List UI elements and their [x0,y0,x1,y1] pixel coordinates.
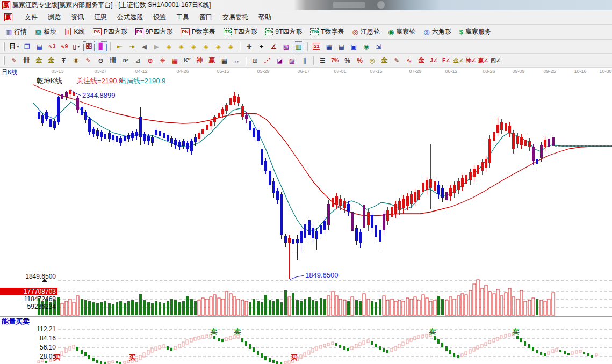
menu-item-窗口[interactable]: 窗口 [199,13,212,22]
spiral-5-icon[interactable]: ⑤ [70,55,82,66]
square-draw-icon[interactable]: ⊞ [249,55,261,66]
chart-window-icon[interactable]: ❐ [21,41,33,52]
menu-item-帮助[interactable]: 帮助 [258,13,271,22]
toolbar-button-kline[interactable]: 〣K线 [65,27,85,37]
circle-ruler-icon[interactable]: ⊖ [95,55,106,66]
wave-3-icon[interactable]: ∿3 [46,41,57,52]
menu-item-交易委托[interactable]: 交易委托 [222,13,248,22]
f-angle-icon[interactable]: F∠ [441,55,452,66]
toolbar-button-p9-square[interactable]: P99P四方形 [135,27,173,37]
toolbar-button-p-digit-table[interactable]: PNP数字表 [181,27,215,37]
menu-item-文件[interactable]: 文件 [25,13,38,22]
qiankun-kline-icon[interactable]: 图 [83,41,95,52]
period-day-icon[interactable]: 日▼ [9,41,20,52]
n-square-icon[interactable]: n² [120,55,131,66]
volume-bar [449,297,452,315]
parallel-lines-icon[interactable]: ∥ [299,55,310,66]
t-square-icon: TS [224,28,232,35]
price-chart[interactable]: 买买买卖卖卖卖乾坤K线关注线=2190.9出局线=2190.92344.8899… [0,75,612,364]
starburst-icon[interactable]: ✳ [157,55,168,66]
quote-list-icon[interactable]: ▤ [34,41,45,52]
candle-style-icon[interactable]: ▯▼ [71,41,82,52]
pan-tool-icon[interactable]: ✚ [243,41,255,52]
gold-lines-icon[interactable]: 金 [379,55,390,66]
pencil-hash-icon[interactable]: ✎ [83,55,94,66]
menu-item-浏览[interactable]: 浏览 [48,13,61,22]
f-ruler-icon[interactable]: Ŧ [58,55,69,66]
notepad-tool-icon[interactable]: ▤ [336,41,347,52]
percent-7-icon[interactable]: 7% [329,55,341,66]
volume-scale-2: 118472469 [24,295,56,303]
ying-angle-icon[interactable]: 赢∠ [478,55,489,66]
scale-list-icon[interactable]: ☰ [317,55,328,66]
region-stat-tool-icon[interactable]: ▧ [280,41,292,52]
four-angle-icon[interactable]: 四∠ [490,55,501,66]
export-tool-icon[interactable]: ⇲ [373,41,384,52]
toolbar-button-quotes[interactable]: ▦行情 [5,27,27,37]
shen-tool-icon[interactable]: 神 [194,55,205,66]
shen-angle-icon[interactable]: 神∠ [465,55,477,66]
volume-bar [457,296,460,315]
fan-box-icon[interactable]: ◪ [274,55,285,66]
menu-item-资讯[interactable]: 资讯 [71,13,84,22]
toolbar-button-winner-wheel[interactable]: ◉赢家轮 [388,27,415,37]
percent-lines-icon[interactable]: % [354,55,365,66]
toolbar-button-gann-wheel[interactable]: ◎江恩轮 [352,27,380,37]
brush-icon[interactable]: ✎ [391,55,402,66]
gold-ratio-1-icon[interactable]: 金 [33,55,45,66]
red-grid-icon[interactable]: ▦ [169,55,181,66]
calendar-tool-icon[interactable]: 21 [311,41,322,52]
next-bar-icon[interactable]: ▶ [151,41,162,52]
compass-icon[interactable]: ⊕ [145,55,156,66]
crosshair-tool-icon[interactable]: + [256,41,267,52]
fan-grid-icon[interactable]: ▨ [286,55,298,66]
toolbar-button-p-square[interactable]: PSP四方形 [93,27,127,37]
gann-grid-icon[interactable]: 卌 [21,55,32,66]
hash-2-icon[interactable]: 卌 [107,55,119,66]
web-save-tool-icon[interactable]: ◉ [361,41,372,52]
diamond-shrink-icon[interactable]: ◈ [200,41,212,52]
j-angle-icon[interactable]: J∠ [428,55,440,66]
toolbar-button-winner-service[interactable]: $赢家服务 [459,27,491,37]
menu-item-工具[interactable]: 工具 [176,13,189,22]
diamond-left-icon[interactable]: ◈ [163,41,175,52]
menu-item-设置[interactable]: 设置 [153,13,166,22]
volume-bar [206,299,208,315]
menu-item-公式选股[interactable]: 公式选股 [117,13,143,22]
protractor-icon[interactable]: ⊿ [132,55,143,66]
percent-icon[interactable]: % [342,55,353,66]
gold-circle-icon[interactable]: ◎ [366,55,378,66]
candle [112,135,114,140]
gold-ratio-2-icon[interactable]: 金 [46,55,57,66]
diamond-expand-icon[interactable]: ◈ [188,41,199,52]
diamond-v-shrink-icon[interactable]: ◈ [225,41,236,52]
k-mark-icon[interactable]: K″ [182,55,193,66]
gann-pencil-icon[interactable]: ✎ [9,55,20,66]
grid-123-icon[interactable]: ▦ [219,55,230,66]
ray-fan-icon[interactable]: ⋰ [262,55,273,66]
calculator-tool-icon[interactable]: ▦ [323,41,335,52]
first-bar-icon[interactable]: ⇤ [114,41,125,52]
toolbar-button-hexagon[interactable]: ◎六角形 [423,27,451,37]
gold-angle-icon[interactable]: 金∠ [453,55,464,66]
volume-bar [375,302,377,315]
diamond-right-icon[interactable]: ◈ [176,41,187,52]
menu-item-江恩[interactable]: 江恩 [94,13,107,22]
width-measure-icon[interactable]: ↔ [231,55,242,66]
stat-chart-tool-icon[interactable]: ▥ [293,41,304,52]
ying-tool-icon[interactable]: 赢 [206,55,218,66]
toolbar-button-t9-square[interactable]: T99T四方形 [265,27,303,37]
prev-bar-icon[interactable]: ◀ [139,41,150,52]
gold-box-icon[interactable]: 金 [416,55,427,66]
volume-bar [516,299,519,315]
wave-av-icon[interactable]: ∿ [404,55,415,66]
color-volume-icon[interactable]: ▊ [96,41,107,52]
wave-9-icon[interactable]: ∿9 [59,41,70,52]
diamond-v-expand-icon[interactable]: ◈ [213,41,224,52]
toolbar-button-t-square[interactable]: TST四方形 [224,27,257,37]
toolbar-button-sectors[interactable]: ▩板块 [35,27,56,37]
trend-angle-tool-icon[interactable]: ∡ [268,41,279,52]
last-bar-icon[interactable]: ⇥ [126,41,138,52]
toolbar-button-t-digit-table[interactable]: TNT数字表 [310,27,344,37]
save-tool-icon[interactable]: ▣ [348,41,359,52]
